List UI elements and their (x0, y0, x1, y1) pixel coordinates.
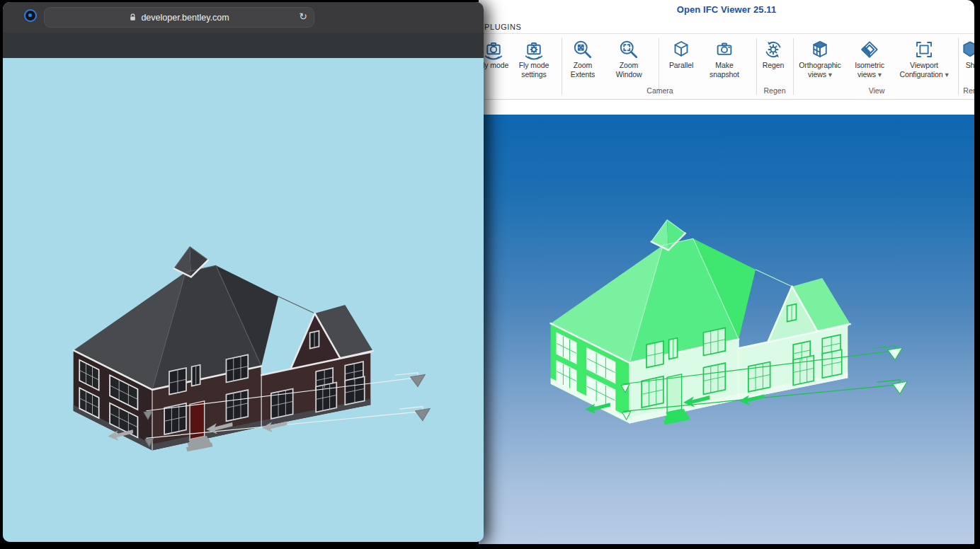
fly-mode-button[interactable]: Fly mode (479, 37, 515, 70)
webpage-dark-header (3, 33, 484, 58)
orthographic-views-button[interactable]: Orthographic views ▾ (792, 37, 848, 79)
chevron-down-icon: ▾ (828, 70, 832, 79)
toolbar-group-regen: Regen (764, 86, 786, 95)
fly-mode-settings-icon (511, 37, 557, 61)
viewport-configuration-button[interactable]: Viewport Configuration ▾ (891, 37, 957, 79)
menu-item-plugins[interactable]: PLUGINS (480, 23, 526, 31)
shaded-cube-icon (956, 37, 974, 61)
regen-button[interactable]: Regen (756, 37, 791, 70)
toolbar-group-render: Ren (963, 86, 974, 95)
toolbar-group-view: View (869, 86, 885, 95)
viewport-3d-house-model[interactable] (479, 115, 974, 544)
browser-window: developer.bentley.com ↻ (3, 2, 484, 542)
chevron-down-icon: ▾ (945, 70, 948, 79)
address-bar[interactable]: developer.bentley.com ↻ (44, 7, 314, 28)
toolbar-group-camera: Camera (646, 86, 673, 95)
isometric-diamond-icon (848, 37, 891, 61)
fly-mode-settings-button[interactable]: Fly mode settings (511, 37, 557, 79)
zoom-window-button[interactable]: Zoom Window (609, 37, 649, 79)
viewport-configuration-icon (891, 37, 957, 61)
orthographic-cube-icon (792, 37, 848, 61)
ifc-viewer-window: Open IFC Viewer 25.11 PLUGINS Fly mode (479, 0, 974, 544)
make-snapshot-button[interactable]: Make snapshot (702, 37, 746, 79)
regen-icon (756, 37, 791, 61)
chevron-down-icon: ▾ (878, 70, 882, 79)
zoom-extents-button[interactable]: Zoom Extents (563, 37, 603, 79)
site-logo-icon (24, 9, 37, 22)
url-text: developer.bentley.com (141, 13, 229, 23)
lock-icon (129, 13, 137, 22)
green-house-3d-render (532, 198, 921, 458)
shaded-mode-button[interactable]: Sh (956, 37, 974, 70)
snapshot-camera-icon (702, 37, 746, 61)
zoom-window-icon (609, 37, 649, 61)
fly-mode-icon (479, 37, 515, 61)
ribbon-toolbar: Fly mode Fly mode settings Zoom Exte (479, 34, 974, 100)
browser-toolbar: developer.bentley.com ↻ (3, 2, 484, 33)
menu-bar: PLUGINS (479, 18, 974, 34)
parallel-button[interactable]: Parallel (660, 37, 702, 70)
parallel-cube-icon (660, 37, 702, 61)
isometric-views-button[interactable]: Isometric views ▾ (848, 37, 891, 79)
title-bar[interactable]: Open IFC Viewer 25.11 (479, 0, 974, 18)
window-title: Open IFC Viewer 25.11 (677, 4, 777, 15)
dark-house-3d-render (55, 225, 443, 485)
zoom-extents-icon (563, 37, 603, 61)
webpage-content (3, 58, 484, 542)
toolbar-separator (562, 38, 562, 95)
reload-icon[interactable]: ↻ (299, 11, 307, 22)
